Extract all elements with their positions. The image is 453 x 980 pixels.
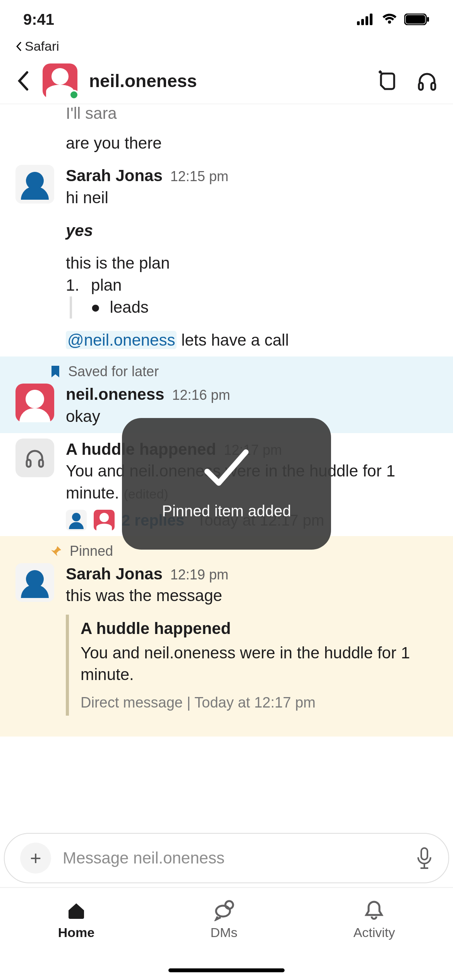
bullet-list-item: ● leads bbox=[70, 296, 438, 319]
svg-rect-3 bbox=[370, 14, 372, 25]
message-timestamp: 12:16 pm bbox=[172, 386, 230, 405]
pinned-label: Pinned bbox=[70, 543, 113, 559]
tab-label: Activity bbox=[353, 925, 395, 940]
ordered-list-item: 1. plan bbox=[66, 274, 438, 296]
bullet-icon: ● bbox=[91, 296, 100, 319]
toast-text: Pinned item added bbox=[162, 502, 291, 520]
back-to-app[interactable]: Safari bbox=[0, 39, 453, 58]
canvas-icon[interactable] bbox=[376, 70, 397, 91]
message-text: hi neil bbox=[66, 187, 438, 209]
svg-rect-6 bbox=[427, 17, 429, 22]
svg-rect-11 bbox=[421, 848, 427, 860]
nav-header: neil.oneness bbox=[0, 58, 453, 104]
reply-avatar bbox=[66, 510, 87, 531]
channel-avatar[interactable] bbox=[43, 63, 77, 98]
svg-rect-0 bbox=[357, 21, 360, 25]
tab-bar: Home DMs Activity bbox=[0, 887, 453, 980]
svg-rect-7 bbox=[419, 83, 423, 90]
svg-rect-9 bbox=[27, 460, 31, 467]
back-chevron-icon bbox=[15, 41, 22, 51]
tab-home[interactable]: Home bbox=[58, 899, 94, 940]
tab-label: Home bbox=[58, 925, 94, 940]
message[interactable]: Sarah Jonas 12:15 pm hi neil yes this is… bbox=[0, 159, 453, 356]
tab-label: DMs bbox=[210, 925, 237, 940]
sender-name: Sarah Jonas bbox=[66, 165, 163, 187]
dms-icon bbox=[212, 899, 235, 921]
checkmark-icon bbox=[199, 448, 254, 491]
battery-icon bbox=[404, 14, 430, 25]
status-bar: 9:41 bbox=[0, 0, 453, 39]
cellular-icon bbox=[357, 14, 375, 25]
headphones-icon bbox=[24, 447, 45, 468]
pin-icon bbox=[50, 545, 62, 557]
message-text-part: lets have a call bbox=[177, 331, 289, 349]
status-indicators bbox=[357, 14, 430, 25]
attach-button[interactable]: + bbox=[20, 843, 51, 874]
user-avatar[interactable] bbox=[15, 384, 54, 422]
bookmark-icon bbox=[50, 365, 60, 378]
svg-rect-10 bbox=[39, 460, 43, 467]
back-app-label: Safari bbox=[25, 39, 59, 54]
message-text: are you there bbox=[66, 132, 438, 154]
svg-rect-1 bbox=[361, 19, 364, 25]
tab-dms[interactable]: DMs bbox=[210, 899, 237, 940]
list-text: plan bbox=[91, 274, 122, 296]
message-text: yes bbox=[66, 220, 438, 242]
sender-name: neil.oneness bbox=[66, 384, 164, 406]
message-continuation[interactable]: I'll sara are you there bbox=[0, 104, 453, 159]
presence-indicator bbox=[69, 90, 79, 100]
home-indicator[interactable] bbox=[168, 968, 285, 972]
sender-name: Sarah Jonas bbox=[66, 563, 163, 585]
status-time: 9:41 bbox=[23, 11, 54, 28]
quote-body: You and neil.oneness were in the huddle … bbox=[81, 642, 430, 686]
message-composer[interactable]: + Message neil.oneness bbox=[4, 833, 449, 883]
svg-rect-5 bbox=[406, 15, 425, 24]
channel-title[interactable]: neil.oneness bbox=[89, 70, 365, 91]
toast: Pinned item added bbox=[122, 418, 331, 550]
user-avatar[interactable] bbox=[15, 563, 54, 602]
saved-indicator: Saved for later bbox=[0, 356, 453, 382]
tab-activity[interactable]: Activity bbox=[353, 899, 395, 940]
mention[interactable]: @neil.oneness bbox=[66, 331, 177, 349]
bell-icon bbox=[363, 899, 385, 921]
message-timestamp: 12:19 pm bbox=[170, 565, 228, 584]
svg-rect-8 bbox=[431, 83, 435, 90]
huddle-avatar bbox=[15, 439, 54, 477]
back-icon[interactable] bbox=[15, 69, 31, 93]
list-text: leads bbox=[110, 296, 148, 319]
list-marker: 1. bbox=[66, 274, 79, 296]
message-text: @neil.oneness lets have a call bbox=[66, 329, 438, 351]
home-icon bbox=[65, 899, 87, 921]
quote-meta: Direct message | Today at 12:17 pm bbox=[81, 693, 430, 713]
quoted-message[interactable]: A huddle happened You and neil.oneness w… bbox=[66, 615, 438, 716]
message-text: this was the message bbox=[66, 585, 438, 607]
message-text: this is the plan bbox=[66, 252, 438, 274]
reply-avatar bbox=[94, 510, 115, 531]
quote-title: A huddle happened bbox=[81, 618, 430, 640]
pinned-message-block[interactable]: Pinned Sarah Jonas 12:19 pm this was the… bbox=[0, 536, 453, 737]
message-text: I'll sara bbox=[66, 103, 438, 125]
saved-label: Saved for later bbox=[68, 363, 159, 380]
svg-rect-2 bbox=[365, 16, 368, 25]
composer-placeholder[interactable]: Message neil.oneness bbox=[63, 849, 404, 867]
microphone-icon[interactable] bbox=[416, 846, 433, 870]
user-avatar[interactable] bbox=[15, 165, 54, 204]
message-timestamp: 12:15 pm bbox=[170, 167, 228, 186]
headphones-icon[interactable] bbox=[417, 70, 438, 91]
wifi-icon bbox=[382, 14, 397, 25]
